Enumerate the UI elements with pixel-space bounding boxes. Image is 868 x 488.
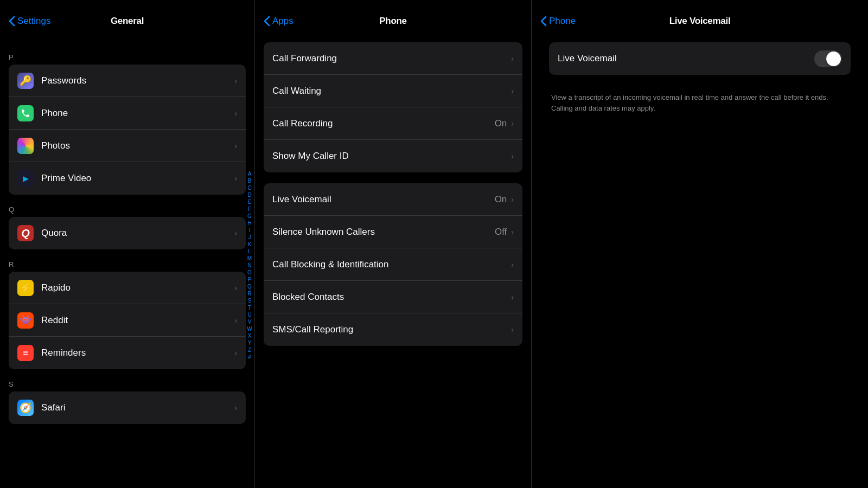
- call-forwarding-row[interactable]: Call Forwarding ›: [264, 42, 522, 75]
- alpha-l[interactable]: L: [248, 248, 251, 255]
- alpha-i[interactable]: I: [249, 227, 251, 234]
- alpha-v[interactable]: V: [248, 319, 252, 325]
- sms-reporting-row[interactable]: SMS/Call Reporting ›: [264, 313, 522, 346]
- alpha-t[interactable]: T: [248, 305, 251, 311]
- phone-back-label: Phone: [549, 16, 576, 27]
- live-voicemail-label: Live Voicemail: [272, 194, 495, 205]
- alpha-j[interactable]: J: [248, 234, 251, 241]
- alpha-g[interactable]: G: [247, 213, 252, 220]
- phone-settings-panel: Apps Phone Call Forwarding › Call Waitin…: [255, 0, 532, 488]
- general-title: General: [111, 16, 144, 27]
- blocked-contacts-row[interactable]: Blocked Contacts ›: [264, 281, 522, 313]
- alpha-b[interactable]: B: [248, 178, 252, 184]
- section-p-header: P: [0, 42, 254, 65]
- alpha-o[interactable]: O: [247, 269, 252, 276]
- safari-icon: 🧭: [17, 400, 34, 416]
- phone-title: Phone: [379, 16, 406, 27]
- section-r-header: R: [0, 249, 254, 272]
- reddit-label: Reddit: [41, 315, 234, 326]
- reminders-icon: ≡: [17, 345, 34, 361]
- list-item-reminders[interactable]: ≡ Reminders ›: [9, 337, 246, 369]
- section-q-header: Q: [0, 195, 254, 217]
- call-recording-chevron: ›: [511, 119, 514, 128]
- live-voicemail-value: On: [495, 194, 507, 205]
- alpha-s[interactable]: S: [248, 298, 252, 304]
- alpha-c[interactable]: C: [247, 185, 251, 191]
- general-settings-panel: Settings General P 🔑 Passwords › Phone ›: [0, 0, 255, 488]
- alpha-hash[interactable]: #: [248, 354, 251, 361]
- prime-icon: ▶: [17, 170, 34, 187]
- list-item-rapido[interactable]: ⚡ Rapido ›: [9, 272, 246, 304]
- call-forwarding-chevron: ›: [511, 54, 514, 63]
- voicemail-toggle-label: Live Voicemail: [558, 53, 814, 64]
- phone-back-button[interactable]: Phone: [540, 16, 576, 27]
- section-r-group: ⚡ Rapido › 👾 Reddit › ≡ Reminders ›: [9, 272, 246, 369]
- photos-label: Photos: [41, 140, 234, 151]
- voicemail-description: View a transcript of an incoming voicema…: [540, 86, 859, 113]
- quora-chevron: ›: [234, 229, 237, 237]
- call-forwarding-label: Call Forwarding: [272, 53, 511, 64]
- alpha-r[interactable]: R: [247, 291, 251, 297]
- section-s-group: 🧭 Safari ›: [9, 391, 246, 424]
- list-item-phone[interactable]: Phone ›: [9, 97, 246, 130]
- apps-back-button[interactable]: Apps: [264, 16, 293, 27]
- list-item-prime[interactable]: ▶ Prime Video ›: [9, 162, 246, 195]
- reddit-icon: 👾: [17, 312, 34, 329]
- alpha-n[interactable]: N: [247, 262, 251, 269]
- alpha-f[interactable]: F: [248, 206, 251, 213]
- voicemail-toggle-group: Live Voicemail: [549, 42, 851, 75]
- silence-unknown-label: Silence Unknown Callers: [272, 227, 495, 237]
- voicemail-toggle-row[interactable]: Live Voicemail: [549, 42, 851, 75]
- list-item-reddit[interactable]: 👾 Reddit ›: [9, 304, 246, 337]
- voicemail-toggle[interactable]: [814, 50, 842, 67]
- show-caller-id-chevron: ›: [511, 152, 514, 160]
- show-caller-id-label: Show My Caller ID: [272, 151, 511, 162]
- quora-icon: Q: [17, 225, 34, 241]
- alpha-a[interactable]: A: [248, 171, 252, 177]
- live-voicemail-row[interactable]: Live Voicemail On ›: [264, 183, 522, 216]
- alpha-w[interactable]: W: [247, 326, 252, 332]
- phone-label: Phone: [41, 108, 234, 119]
- sms-reporting-label: SMS/Call Reporting: [272, 324, 511, 335]
- section-p-group: 🔑 Passwords › Phone › Photos › ▶: [9, 65, 246, 195]
- call-blocking-chevron: ›: [511, 260, 514, 269]
- settings-back-button[interactable]: Settings: [9, 16, 50, 27]
- silence-unknown-chevron: ›: [511, 228, 514, 236]
- alpha-h[interactable]: H: [247, 220, 251, 227]
- rapido-label: Rapido: [41, 282, 234, 293]
- phone-settings-content: Call Forwarding › Call Waiting › Call Re…: [255, 42, 531, 488]
- show-caller-id-row[interactable]: Show My Caller ID ›: [264, 140, 522, 172]
- silence-unknown-row[interactable]: Silence Unknown Callers Off ›: [264, 216, 522, 248]
- call-recording-row[interactable]: Call Recording On ›: [264, 107, 522, 140]
- alpha-e[interactable]: E: [248, 199, 252, 206]
- passwords-label: Passwords: [41, 75, 234, 86]
- section-s-header: S: [0, 369, 254, 391]
- call-blocking-row[interactable]: Call Blocking & Identification ›: [264, 248, 522, 281]
- reminders-chevron: ›: [234, 349, 237, 357]
- alpha-p[interactable]: P: [248, 277, 252, 283]
- call-waiting-row[interactable]: Call Waiting ›: [264, 75, 522, 107]
- alpha-k[interactable]: K: [248, 241, 252, 248]
- voicemail-title: Live Voicemail: [669, 16, 731, 27]
- list-item-passwords[interactable]: 🔑 Passwords ›: [9, 65, 246, 97]
- alpha-q[interactable]: Q: [247, 284, 252, 290]
- alpha-z[interactable]: Z: [248, 347, 251, 354]
- apps-back-label: Apps: [272, 16, 293, 27]
- general-list-content: P 🔑 Passwords › Phone › Photos ›: [0, 42, 254, 488]
- live-voicemail-chevron: ›: [511, 195, 514, 204]
- prime-chevron: ›: [234, 174, 237, 183]
- alpha-m[interactable]: M: [247, 255, 252, 262]
- photos-chevron: ›: [234, 142, 237, 150]
- alpha-x[interactable]: X: [248, 333, 252, 339]
- alpha-d[interactable]: D: [247, 192, 251, 198]
- phone-nav-header: Apps Phone: [255, 0, 531, 42]
- alpha-u[interactable]: U: [247, 312, 251, 318]
- safari-chevron: ›: [234, 403, 237, 412]
- prime-label: Prime Video: [41, 173, 234, 184]
- alpha-y[interactable]: Y: [248, 340, 252, 346]
- phone-icon: [17, 105, 34, 121]
- rapido-chevron: ›: [234, 284, 237, 292]
- list-item-photos[interactable]: Photos ›: [9, 130, 246, 162]
- list-item-safari[interactable]: 🧭 Safari ›: [9, 391, 246, 424]
- list-item-quora[interactable]: Q Quora ›: [9, 217, 246, 249]
